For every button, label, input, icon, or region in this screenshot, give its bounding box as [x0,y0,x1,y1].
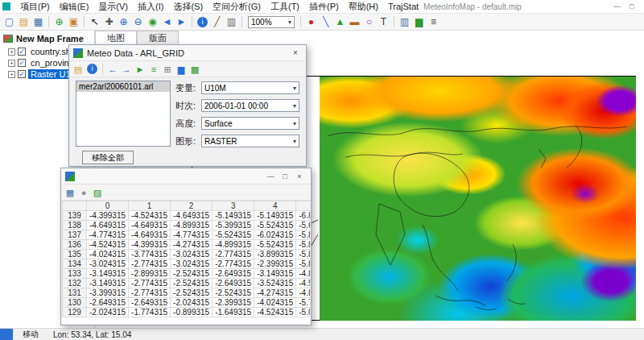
table-cell[interactable]: -5.899315 [296,230,310,240]
table-cell[interactable]: -2.524315 [171,288,213,298]
column-header[interactable]: 5 [296,201,310,211]
zoom-previous-icon[interactable]: ◄ [160,15,174,29]
row-header[interactable]: 138 [63,221,87,230]
identify-icon[interactable]: i [197,17,208,27]
table-cell[interactable]: -2.649315 [87,298,129,308]
table-cell[interactable]: -0.899315 [171,308,213,317]
zoom-level-combo[interactable]: 100% ▾ [248,16,295,28]
row-header[interactable]: 135 [63,250,87,259]
full-extent-icon[interactable]: ◉ [146,15,159,29]
column-header[interactable]: 2 [171,201,213,211]
zoom-next-icon[interactable]: ► [175,15,188,29]
row-header[interactable]: 137 [63,230,87,240]
table-cell[interactable]: -4.649315 [129,221,171,230]
table-cell[interactable]: -4.024315 [254,298,296,308]
chart-table-icon[interactable]: ▨ [91,186,104,199]
table-cell[interactable]: -2.774315 [129,259,171,269]
table-cell[interactable]: -3.149315 [87,269,129,279]
table-cell[interactable]: -3.024315 [171,250,213,259]
table-cell[interactable]: -5.524315 [254,240,296,250]
menu-tools[interactable]: 工具(T) [266,1,304,13]
menu-insert[interactable]: 插入(I) [133,1,168,13]
table-cell[interactable]: -4.524315 [296,279,310,288]
row-header[interactable]: 133 [63,269,87,279]
combo-variable[interactable]: U10M▾ [201,81,299,94]
plot-data-icon[interactable]: ▆ [175,63,188,76]
table-cell[interactable]: -5.774315 [296,298,310,308]
remove-all-button[interactable]: 移除全部 [82,151,134,164]
draw-polyline-icon[interactable]: ╲ [319,15,332,29]
table-cell[interactable]: -4.649315 [87,221,129,230]
table-cell[interactable]: -1.774315 [129,308,171,317]
tab-map[interactable]: 地图 [95,31,137,45]
arl-file[interactable]: mer2arl20060101.arl [76,81,170,92]
menu-edit[interactable]: 编辑(E) [55,1,94,13]
open-meteo-data-icon[interactable]: ▤ [72,63,85,76]
table-cell[interactable]: -2.524315 [213,288,254,298]
draw-circle-icon[interactable]: ○ [362,15,376,29]
table-cell[interactable]: -4.774315 [87,230,129,240]
table-cell[interactable]: -2.649315 [213,279,254,288]
menu-selection[interactable]: 选择(S) [168,1,208,13]
new-project-icon[interactable]: ▢ [2,15,16,29]
table-cell[interactable]: -2.774315 [129,288,171,298]
meteo-dialog-titlebar[interactable]: Meteo Data - ARL_GRID × [69,45,306,61]
draw-text-icon[interactable]: T [377,15,390,29]
table-cell[interactable]: -4.399315 [87,211,129,221]
table-cell[interactable]: -3.024315 [171,259,213,269]
table-cell[interactable]: -2.024315 [87,308,129,317]
table-cell[interactable]: -3.524315 [254,279,296,288]
meteo-dialog-close-button[interactable]: × [289,48,302,57]
combo-time[interactable]: 2006-01-01 00:00▾ [201,99,299,112]
measure-icon[interactable]: ╱ [210,15,224,29]
table-cell[interactable]: -5.899315 [296,250,310,259]
table-cell[interactable]: -4.399315 [129,240,171,250]
table-cell[interactable]: -6.899315 [296,211,310,221]
taskbar-fragment[interactable] [0,329,13,340]
draw-settings-icon[interactable]: ⊞ [161,63,174,76]
table-minimize-button[interactable]: — [263,172,278,180]
combo-level[interactable]: Surface▾ [201,117,299,130]
layer-checkbox[interactable]: ✓ [18,48,26,56]
record-dot-icon[interactable]: ● [77,186,90,199]
table-cell[interactable]: -2.024315 [171,298,213,308]
statistics-chart-icon[interactable]: ▆ [412,15,426,29]
animate-icon[interactable]: ► [134,63,147,76]
table-cell[interactable]: -3.399315 [87,288,129,298]
table-cell[interactable]: -3.899315 [254,250,296,259]
table-cell[interactable]: -2.399315 [254,259,296,269]
row-header[interactable]: 134 [63,259,87,269]
table-cell[interactable]: -4.274315 [171,240,213,250]
table-cell[interactable]: -1.649315 [213,308,254,317]
table-close-button[interactable]: × [292,172,307,180]
table-cell[interactable]: -5.399315 [213,221,254,230]
draw-polygon-icon[interactable]: ▲ [333,15,347,29]
table-cell[interactable]: -5.649315 [296,221,310,230]
layer-checkbox[interactable]: ✓ [18,59,26,67]
menu-plugin[interactable]: 插件(P) [304,1,344,13]
table-cell[interactable]: -2.649315 [129,298,171,308]
table-cell[interactable]: -4.899315 [296,269,310,279]
row-header[interactable]: 129 [63,308,87,317]
table-cell[interactable]: -5.149315 [254,211,296,221]
menu-help[interactable]: 帮助(H) [344,1,383,13]
table-cell[interactable]: -4.524315 [254,308,296,317]
table-cell[interactable]: -6.024315 [254,230,296,240]
table-dialog-titlebar[interactable]: — □ × [61,168,311,185]
table-cell[interactable]: -3.024315 [87,259,129,269]
save-table-icon[interactable]: ▦ [64,186,76,199]
draw-point-icon[interactable]: ● [304,15,318,29]
minimize-button[interactable]: — [610,2,625,10]
draw-rectangle-icon[interactable]: ▬ [348,15,361,29]
open-project-icon[interactable]: ▤ [17,15,31,29]
column-header[interactable]: 1 [129,201,171,211]
expand-icon[interactable]: + [8,60,15,67]
attribute-table-icon[interactable]: ▥ [398,15,411,29]
select-feature-icon[interactable]: ▥ [225,15,238,29]
row-header[interactable]: 132 [63,279,87,288]
table-cell[interactable]: -5.149315 [213,211,254,221]
row-header[interactable]: 139 [63,211,87,221]
table-cell[interactable]: -4.524315 [129,211,171,221]
table-cell[interactable]: -5.024315 [296,308,310,317]
data-info-icon[interactable]: i [87,64,97,74]
